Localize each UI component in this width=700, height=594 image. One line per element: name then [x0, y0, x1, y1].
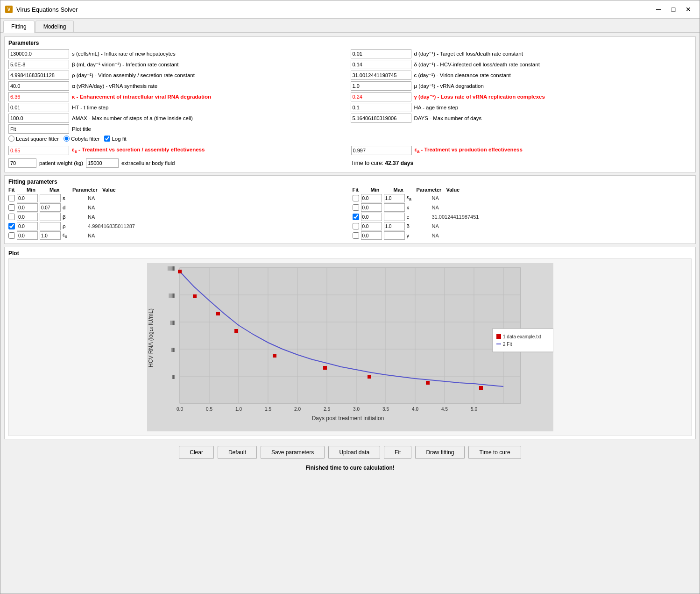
fit-check-kappa[interactable] — [353, 204, 359, 211]
fit-check-d[interactable] — [8, 204, 15, 211]
param-col-header: Parameter — [72, 187, 100, 193]
eps-a-row: εa - Treatment vs production effectivene… — [351, 146, 692, 155]
input-days[interactable] — [351, 114, 411, 123]
time-to-cure-button[interactable]: Time to cure — [468, 446, 521, 459]
fit-min-kappa[interactable] — [361, 203, 382, 212]
input-weight[interactable] — [8, 158, 36, 168]
fit-param-s: s — [63, 195, 86, 201]
fit-max-c[interactable] — [384, 213, 405, 221]
input-eps-a[interactable] — [351, 146, 412, 155]
save-parameters-button[interactable]: Save parameters — [261, 446, 325, 459]
tab-modeling[interactable]: Modeling — [35, 21, 74, 32]
label-rho: ρ (day⁻¹) - Virion assembly / secretion … — [72, 72, 195, 79]
fit-value-gamma: NA — [432, 233, 439, 238]
close-button[interactable]: ✕ — [682, 4, 695, 14]
fit-check-c[interactable] — [353, 214, 359, 220]
svg-text:1.0: 1.0 — [235, 407, 242, 412]
fit-max-eps-s[interactable] — [40, 231, 61, 240]
fitting-row-kappa: κ NA — [353, 203, 692, 212]
fit-min-c[interactable] — [361, 213, 382, 221]
fitting-row-beta: β NA — [8, 213, 348, 221]
svg-text:5.0: 5.0 — [471, 407, 477, 412]
upload-data-button[interactable]: Upload data — [328, 446, 380, 459]
tab-fitting[interactable]: Fitting — [3, 21, 35, 33]
fit-check-s[interactable] — [8, 195, 15, 201]
label-days: DAYS - Max number of days — [414, 115, 482, 121]
data-point-8 — [479, 386, 483, 390]
fit-check-eps-s[interactable] — [8, 232, 15, 239]
input-gamma[interactable] — [351, 92, 411, 101]
plot-area: ||||||| |||||| ||||| |||| ||| 0.0 0.5 1.… — [8, 258, 692, 436]
input-mu[interactable] — [351, 81, 411, 91]
input-amax[interactable] — [8, 114, 69, 123]
fit-min-beta[interactable] — [17, 213, 38, 221]
cobyla-radio[interactable] — [64, 136, 70, 142]
input-delta[interactable] — [351, 60, 411, 69]
fitting-params-grid: Fit Min Max Parameter Value s NA — [8, 187, 692, 241]
input-s[interactable] — [8, 49, 69, 58]
fit-param-rho: ρ — [63, 223, 86, 229]
fit-col-header-r: Fit — [353, 187, 369, 193]
plot-svg: ||||||| |||||| ||||| |||| ||| 0.0 0.5 1.… — [147, 263, 553, 431]
fit-param-eps-s: εs — [63, 232, 86, 239]
fit-max-beta[interactable] — [40, 213, 61, 221]
fit-min-delta[interactable] — [361, 222, 382, 230]
minimize-button[interactable]: ─ — [652, 4, 665, 14]
fit-min-d[interactable] — [17, 203, 38, 212]
fit-min-eps-s[interactable] — [17, 231, 38, 240]
fitting-row-d: d NA — [8, 203, 348, 212]
input-eps-s[interactable] — [8, 146, 69, 155]
input-d[interactable] — [351, 49, 411, 58]
min-col-header: Min — [27, 187, 48, 193]
log-fit-option[interactable]: Log fit — [104, 136, 126, 142]
input-c[interactable] — [351, 71, 411, 80]
cobyla-label: Cobyla fitter — [71, 136, 99, 142]
value-col-header-r: Value — [446, 187, 692, 193]
svg-rect-39 — [493, 329, 553, 352]
input-plot-title[interactable] — [8, 124, 69, 134]
input-alpha[interactable] — [8, 81, 69, 91]
right-params: d (day⁻¹) - Target cell loss/death rate … — [351, 49, 692, 143]
fit-check-delta[interactable] — [353, 223, 359, 229]
maximize-button[interactable]: □ — [667, 4, 680, 14]
fit-check-gamma[interactable] — [353, 232, 359, 239]
plot-section: Plot — [4, 247, 696, 439]
fit-max-s[interactable] — [40, 194, 61, 202]
fit-max-gamma[interactable] — [384, 231, 405, 240]
fit-check-beta[interactable] — [8, 214, 15, 220]
fitting-row-delta: δ NA — [353, 222, 692, 230]
fit-max-kappa[interactable] — [384, 203, 405, 212]
fit-max-delta[interactable] — [384, 222, 405, 230]
log-fit-checkbox[interactable] — [104, 136, 110, 142]
clear-button[interactable]: Clear — [179, 446, 214, 459]
fit-max-d[interactable] — [40, 203, 61, 212]
input-fluid[interactable] — [86, 158, 119, 168]
fit-check-rho[interactable] — [8, 223, 15, 229]
fit-min-s[interactable] — [17, 194, 38, 202]
input-ha[interactable] — [351, 103, 411, 112]
least-square-option[interactable]: Least square fitter — [8, 136, 59, 142]
fit-button[interactable]: Fit — [384, 446, 411, 459]
fitter-row: Least square fitter Cobyla fitter Log fi… — [8, 136, 350, 142]
param-row-beta: β (mL day⁻¹ virion⁻³) - Infection rate c… — [8, 60, 350, 69]
data-point-7 — [426, 381, 430, 385]
input-beta[interactable] — [8, 60, 69, 69]
input-ht[interactable] — [8, 103, 69, 112]
fit-min-gamma[interactable] — [361, 231, 382, 240]
default-button[interactable]: Default — [218, 446, 257, 459]
least-square-radio[interactable] — [8, 136, 14, 142]
input-rho[interactable] — [8, 71, 69, 80]
param-row-days: DAYS - Max number of days — [351, 114, 692, 123]
draw-fitting-button[interactable]: Draw fitting — [415, 446, 465, 459]
input-kappa[interactable] — [8, 92, 69, 101]
fit-min-eps-a[interactable] — [361, 194, 382, 202]
main-window: V Virus Equations Solver ─ □ ✕ Fitting M… — [0, 0, 700, 594]
data-point-4 — [273, 354, 276, 358]
label-amax: AMAX - Max number of steps of a (time in… — [72, 115, 193, 121]
cobyla-option[interactable]: Cobyla fitter — [64, 136, 99, 142]
fit-check-eps-a[interactable] — [353, 195, 359, 201]
param-row-gamma: γ (day⁻¹) - Loss rate of vRNA replicatio… — [351, 92, 692, 101]
fit-max-eps-a[interactable] — [384, 194, 405, 202]
fit-min-rho[interactable] — [17, 222, 38, 230]
fit-max-rho[interactable] — [40, 222, 61, 230]
